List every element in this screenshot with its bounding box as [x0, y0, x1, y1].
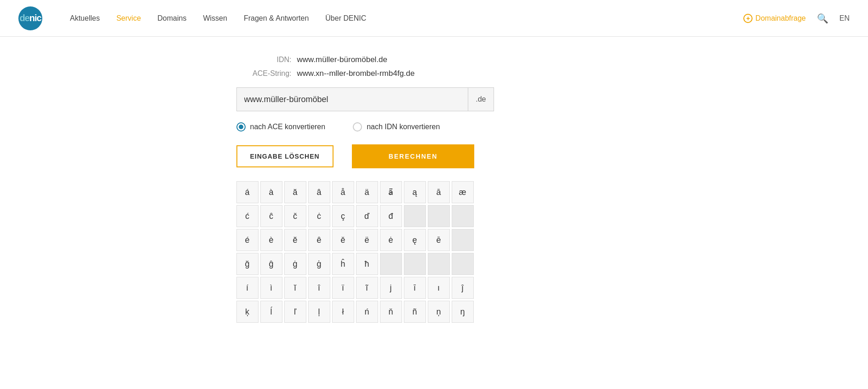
char-btn-4-7[interactable]: ī: [404, 277, 426, 299]
char-btn-4-2[interactable]: ĭ: [284, 277, 306, 299]
char-btn-5-1[interactable]: ĺ: [260, 301, 282, 323]
radio-ace[interactable]: nach ACE konvertieren: [236, 122, 326, 132]
char-btn-3-2[interactable]: ġ: [284, 253, 306, 275]
clear-button[interactable]: EINGABE LÖSCHEN: [236, 145, 333, 167]
char-btn-3-4[interactable]: ĥ: [332, 253, 354, 275]
char-btn-1-3[interactable]: ċ: [308, 205, 330, 227]
char-btn-5-9[interactable]: ŋ: [452, 301, 474, 323]
char-btn-2-1[interactable]: è: [260, 229, 282, 251]
idn-result-row: IDN: www.müller-büromöbel.de: [236, 55, 632, 64]
char-btn-2-8[interactable]: ē: [428, 229, 450, 251]
char-btn-4-4[interactable]: ï: [332, 277, 354, 299]
char-btn-5-0[interactable]: ķ: [236, 301, 259, 323]
nav-ueber[interactable]: Über DENIC: [325, 14, 366, 23]
char-keyboard: áàăâåää̃ąāæćĉčċçďđéèĕêěëėęēğĝġģĥħíìĭîïĩj…: [236, 181, 632, 323]
char-btn-0-9[interactable]: æ: [452, 181, 474, 203]
char-btn-2-0[interactable]: é: [236, 229, 259, 251]
nav-domains[interactable]: Domains: [157, 14, 186, 23]
char-btn-3-6: [380, 253, 402, 275]
char-btn-1-0[interactable]: ć: [236, 205, 259, 227]
char-btn-4-1[interactable]: ì: [260, 277, 282, 299]
radio-ace-label: nach ACE konvertieren: [250, 123, 326, 131]
char-btn-2-6[interactable]: ė: [380, 229, 402, 251]
logo[interactable]: denic: [18, 6, 42, 30]
char-btn-5-2[interactable]: ľ: [284, 301, 306, 323]
char-btn-0-1[interactable]: à: [260, 181, 282, 203]
nav-fragen[interactable]: Fragen & Antworten: [244, 14, 309, 23]
radio-ace-circle[interactable]: [236, 122, 246, 132]
char-btn-4-5[interactable]: ĩ: [356, 277, 378, 299]
domain-input-wrapper: .de: [236, 87, 494, 111]
char-row-1: ćĉčċçďđ: [236, 205, 632, 227]
char-btn-1-1[interactable]: ĉ: [260, 205, 282, 227]
char-btn-0-3[interactable]: â: [308, 181, 330, 203]
char-btn-5-3[interactable]: ļ: [308, 301, 330, 323]
char-row-4: íìĭîïĩjīıĵ: [236, 277, 632, 299]
nav-service[interactable]: Service: [116, 14, 141, 23]
char-btn-1-5[interactable]: ď: [356, 205, 378, 227]
main-header: denic Aktuelles Service Domains Wissen F…: [0, 0, 868, 37]
char-btn-1-7: [404, 205, 426, 227]
nav-aktuelles[interactable]: Aktuelles: [70, 14, 100, 23]
char-btn-0-2[interactable]: ă: [284, 181, 306, 203]
main-nav: Aktuelles Service Domains Wissen Fragen …: [70, 14, 743, 23]
char-btn-0-0[interactable]: á: [236, 181, 259, 203]
button-row: EINGABE LÖSCHEN BERECHNEN: [236, 144, 632, 168]
char-btn-5-4[interactable]: ł: [332, 301, 354, 323]
char-btn-4-3[interactable]: î: [308, 277, 330, 299]
char-btn-3-5[interactable]: ħ: [356, 253, 378, 275]
char-btn-5-6[interactable]: ň: [380, 301, 402, 323]
domain-input[interactable]: [237, 95, 468, 104]
char-btn-3-8: [428, 253, 450, 275]
radio-idn-label: nach IDN konvertieren: [367, 123, 440, 131]
char-btn-4-6[interactable]: j: [380, 277, 402, 299]
domain-query-icon: +: [743, 14, 753, 23]
main-content: IDN: www.müller-büromöbel.de ACE-String:…: [227, 55, 641, 323]
char-btn-1-6[interactable]: đ: [380, 205, 402, 227]
char-row-2: éèĕêěëėęē: [236, 229, 632, 251]
char-btn-5-5[interactable]: ń: [356, 301, 378, 323]
domain-query-link[interactable]: + Domainabfrage: [743, 14, 805, 23]
char-btn-2-2[interactable]: ĕ: [284, 229, 306, 251]
char-btn-0-4[interactable]: å: [332, 181, 354, 203]
char-btn-2-5[interactable]: ë: [356, 229, 378, 251]
char-btn-4-8[interactable]: ı: [428, 277, 450, 299]
domain-tld: .de: [468, 88, 493, 111]
char-btn-4-0[interactable]: í: [236, 277, 259, 299]
char-btn-1-2[interactable]: č: [284, 205, 306, 227]
domain-input-row: .de: [236, 87, 632, 111]
char-btn-3-3[interactable]: ģ: [308, 253, 330, 275]
radio-idn[interactable]: nach IDN konvertieren: [353, 122, 440, 132]
char-btn-1-9: [452, 205, 474, 227]
char-btn-0-8[interactable]: ā: [428, 181, 450, 203]
nav-right: + Domainabfrage 🔍 EN: [743, 13, 850, 24]
idn-label: IDN:: [236, 56, 292, 64]
char-btn-2-4[interactable]: ě: [332, 229, 354, 251]
char-btn-3-7: [404, 253, 426, 275]
char-btn-3-1[interactable]: ĝ: [260, 253, 282, 275]
radio-idn-circle[interactable]: [353, 122, 362, 132]
char-row-5: ķĺľļłńňñņŋ: [236, 301, 632, 323]
char-btn-3-0[interactable]: ğ: [236, 253, 259, 275]
char-btn-1-8: [428, 205, 450, 227]
char-btn-5-8[interactable]: ņ: [428, 301, 450, 323]
char-btn-4-9[interactable]: ĵ: [452, 277, 474, 299]
nav-wissen[interactable]: Wissen: [203, 14, 227, 23]
char-btn-2-9: [452, 229, 474, 251]
logo-icon: denic: [18, 6, 42, 30]
search-button[interactable]: 🔍: [817, 13, 828, 24]
char-btn-5-7[interactable]: ñ: [404, 301, 426, 323]
radio-row: nach ACE konvertieren nach IDN konvertie…: [236, 122, 632, 132]
ace-value: www.xn--mller-brombel-rmb4fg.de: [297, 69, 415, 78]
char-row-3: ğĝġģĥħ: [236, 253, 632, 275]
char-btn-2-3[interactable]: ê: [308, 229, 330, 251]
calculate-button[interactable]: BERECHNEN: [352, 144, 475, 168]
char-btn-1-4[interactable]: ç: [332, 205, 354, 227]
domain-query-label: Domainabfrage: [755, 14, 805, 23]
char-btn-0-7[interactable]: ą: [404, 181, 426, 203]
char-btn-2-7[interactable]: ę: [404, 229, 426, 251]
char-btn-0-5[interactable]: ä: [356, 181, 378, 203]
char-btn-3-9: [452, 253, 474, 275]
language-button[interactable]: EN: [839, 14, 850, 23]
char-btn-0-6[interactable]: ä̃: [380, 181, 402, 203]
